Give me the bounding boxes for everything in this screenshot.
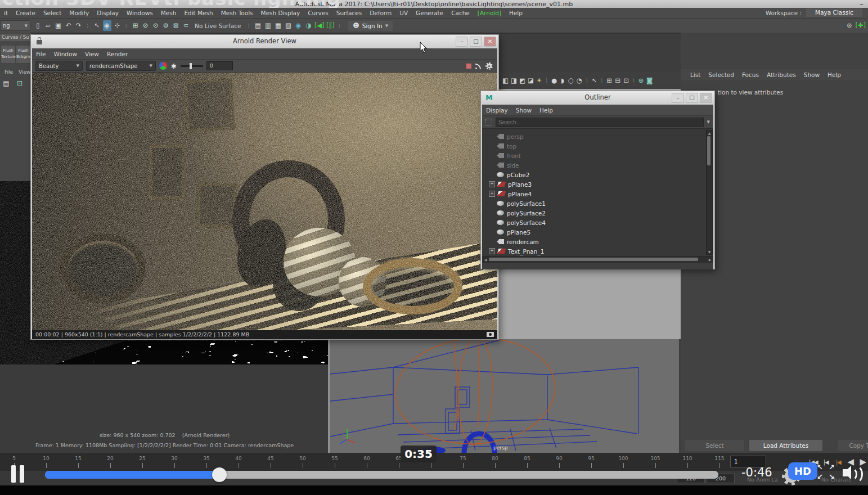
video-progress-knob[interactable] [212, 467, 227, 482]
close-icon[interactable]: ✕ [484, 37, 496, 47]
textured-display-icon[interactable]: ◗ [559, 75, 567, 86]
outliner-item-persp[interactable]: persp [482, 132, 713, 141]
camera-dropdown[interactable]: rendercamShape▼ [86, 61, 156, 71]
hotbox-controls-icon[interactable]: ⊛ [845, 20, 853, 31]
ipr-render-icon[interactable]: ▦ [274, 20, 282, 31]
arnold-titlebar[interactable]: Arnold Render View – □ ✕ [31, 35, 498, 48]
menu-list[interactable]: List [686, 71, 704, 78]
expand-icon[interactable]: + [489, 248, 495, 254]
filter-icon[interactable] [485, 119, 492, 125]
snap-to-projected-center-icon[interactable]: ⊚ [161, 20, 170, 31]
slider-handle[interactable] [190, 63, 192, 69]
chevron-down-icon[interactable]: ▼ [707, 120, 710, 124]
broadcast-render-icon[interactable] [475, 62, 482, 70]
shelf-tab-curves-surfaces[interactable]: Curves / Su [0, 34, 32, 41]
outliner-layout-icon[interactable]: ◪ [527, 75, 535, 86]
scroll-up-icon[interactable]: ▲ [707, 131, 712, 135]
menu-display[interactable]: Display [93, 10, 123, 16]
horizontal-scrollbar[interactable]: ◀ ▶ [482, 256, 713, 263]
make-live-icon[interactable]: ⊂ [182, 20, 190, 31]
lighting-icon[interactable]: ☀ [535, 75, 543, 86]
menu-edit-mesh[interactable]: Edit Mesh [180, 10, 217, 16]
highlight-selection-icon[interactable]: ↖ [590, 75, 599, 86]
menu-show[interactable]: Show [800, 71, 824, 78]
four-pane-layout-icon[interactable]: ◨ [510, 75, 518, 86]
snap-to-point-icon[interactable]: ⊙ [151, 20, 160, 31]
fullscreen-icon[interactable]: ↖↗ ↙↘ [817, 464, 835, 480]
menu-file[interactable]: File [32, 51, 50, 57]
menu-help[interactable]: Help [536, 107, 557, 114]
menu-mesh-display[interactable]: Mesh Display [257, 10, 304, 16]
menu-modify[interactable]: Modify [65, 10, 93, 16]
menu-deform[interactable]: Deform [366, 10, 395, 16]
stop-render-icon[interactable] [466, 64, 471, 69]
launch-render-view-icon[interactable]: [◀] [314, 20, 325, 31]
menu-help[interactable]: Help [824, 71, 845, 78]
resolution-gate-icon[interactable]: ⊡ [622, 75, 631, 86]
view-menu-label[interactable]: View [19, 69, 30, 75]
new-scene-icon[interactable]: ▯ [34, 20, 42, 31]
display-render-settings-icon[interactable]: ◉ [294, 20, 303, 31]
minimize-icon[interactable]: – [860, 0, 863, 8]
volume-icon[interactable] [843, 462, 864, 483]
menu-windows[interactable]: Windows [123, 10, 157, 16]
copy-tab-button[interactable]: Copy Ta [838, 440, 868, 451]
outliner-item-polySurface2[interactable]: polySurface2 [482, 208, 713, 218]
menu-help[interactable]: Help [505, 10, 527, 16]
hypershade-icon[interactable]: ◑ [304, 20, 313, 31]
expand-icon[interactable]: + [489, 181, 495, 187]
lasso-select-icon[interactable]: ◉ [103, 20, 111, 31]
scrollbar-thumb[interactable] [707, 136, 710, 165]
flush-background-button[interactable]: Flush Bckgrnd [16, 45, 31, 64]
color-wheel-icon[interactable] [159, 62, 167, 70]
exposure-slider[interactable] [181, 65, 203, 67]
scrollbar-thumb[interactable] [489, 258, 698, 261]
menu-generate[interactable]: Generate [412, 10, 447, 16]
paint-select-icon[interactable]: ⊹ [113, 20, 122, 31]
load-attributes-button[interactable]: Load Attributes [749, 440, 822, 451]
redo-icon[interactable]: ↷ [74, 20, 83, 31]
menu-select[interactable]: Select [39, 10, 65, 16]
shaded-display-icon[interactable]: ● [550, 75, 559, 86]
snowflake-icon[interactable]: ∗ [170, 61, 177, 70]
select-tool-icon[interactable]: ↖ [93, 20, 101, 31]
outliner-search-input[interactable] [496, 118, 704, 127]
single-pane-layout-icon[interactable]: ◧ [501, 75, 510, 86]
pause-ipr-icon[interactable]: [‖] [326, 20, 335, 31]
viewport-settings-icon[interactable]: ⊛ [637, 75, 645, 86]
film-icon[interactable]: ▤ [1, 79, 11, 88]
snap-to-curve-icon[interactable]: ⊘ [141, 20, 150, 31]
hd-quality-badge[interactable]: HD [788, 462, 817, 480]
menu-curves[interactable]: Curves [304, 10, 332, 16]
menu-view[interactable]: View [81, 51, 103, 57]
outliner-item-polySurface4[interactable]: polySurface4 [482, 218, 713, 227]
menu-it[interactable]: it [0, 10, 12, 16]
outliner-item-top[interactable]: top [482, 141, 713, 151]
sign-in-button[interactable]: ☻ Sign In ▼ [348, 21, 393, 31]
menu-mesh[interactable]: Mesh [157, 10, 181, 16]
pause-button[interactable] [11, 465, 24, 483]
isolate-select-icon[interactable]: ◙ [645, 75, 654, 86]
undo-icon[interactable]: ↶ [64, 20, 73, 31]
vertical-scrollbar[interactable]: ▲ ▼ [706, 130, 713, 255]
step-back-key-icon[interactable]: |◀ [834, 457, 843, 467]
menu-uv[interactable]: UV [395, 10, 412, 16]
close-icon[interactable]: ✕ [700, 93, 712, 103]
menu-selected[interactable]: Selected [704, 71, 738, 78]
exposure-value-field[interactable]: 0 [206, 61, 233, 70]
menu-set-dropdown[interactable]: ng▼ [0, 20, 30, 31]
outliner-item-polySurface1[interactable]: polySurface1 [482, 199, 713, 208]
menu-focus[interactable]: Focus [738, 71, 763, 78]
hypershade-layout-icon[interactable]: ◩ [518, 75, 527, 86]
menu-create[interactable]: Create [12, 10, 39, 16]
workspace-dropdown[interactable]: Maya Classic [806, 8, 862, 17]
flush-texture-button[interactable]: Flush Texture [1, 45, 16, 64]
menu--arnold-[interactable]: [Arnold] [474, 10, 505, 16]
film-gate-icon[interactable]: ⊟ [614, 75, 622, 86]
maximize-icon[interactable]: □ [686, 93, 698, 103]
outliner-item-rendercam[interactable]: rendercam [482, 237, 713, 246]
scroll-down-icon[interactable]: ▼ [707, 250, 712, 254]
scroll-right-icon[interactable]: ▶ [707, 258, 713, 262]
menu-show[interactable]: Show [512, 107, 536, 114]
file-menu-label[interactable]: File [5, 69, 13, 75]
